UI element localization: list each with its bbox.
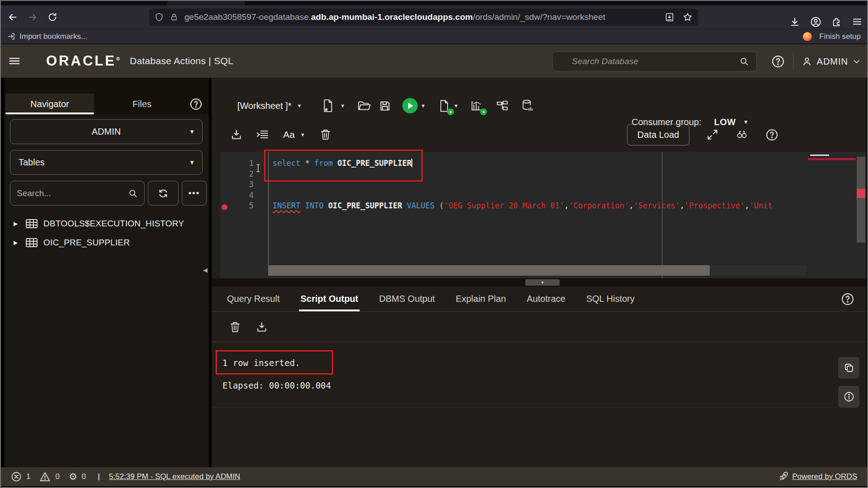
active-tab-underline (299, 310, 360, 311)
gear-icon[interactable]: ⚙ (69, 471, 77, 482)
results-help-icon[interactable] (841, 292, 854, 306)
extensions-icon[interactable] (831, 17, 842, 27)
status-message-link[interactable]: 5:52:39 PM - SQL executed by ADMIN (109, 472, 240, 481)
finish-setup-link[interactable]: Finish setup (803, 32, 861, 41)
new-worksheet-button[interactable] (320, 98, 335, 114)
menu-icon[interactable] (852, 16, 863, 27)
open-file-button[interactable] (357, 98, 372, 114)
format-sql-button[interactable] (255, 127, 270, 143)
tab-autotrace[interactable]: Autotrace (527, 286, 566, 311)
download-output-button[interactable] (256, 321, 268, 333)
shield-icon[interactable] (155, 12, 164, 22)
maximize-icon[interactable] (707, 129, 718, 141)
vertical-scrollbar[interactable] (857, 157, 865, 243)
clear-output-button[interactable] (230, 321, 241, 333)
chevron-down-icon[interactable]: ▼ (453, 103, 458, 108)
tree-item[interactable]: ▶ DBTOOLS$EXECUTION_HISTORY (5, 214, 209, 233)
search-icon[interactable] (128, 188, 138, 198)
autotrace-button[interactable] (495, 98, 510, 114)
task-count: 0 (82, 472, 86, 481)
forward-button[interactable] (24, 9, 41, 25)
errors-icon[interactable] (11, 471, 22, 482)
find-icon[interactable] (736, 129, 748, 141)
copy-output-button[interactable] (838, 357, 859, 379)
run-script-button[interactable] (436, 98, 452, 114)
more-actions-button[interactable]: ••• (182, 181, 207, 206)
chevron-down-icon[interactable]: ▼ (297, 103, 302, 108)
scrollbar-thumb[interactable] (268, 265, 710, 276)
tab-script-output[interactable]: Script Output (301, 286, 359, 311)
bookmark-page-icon[interactable] (665, 12, 675, 22)
script-output-message: 1 row inserted. (222, 351, 300, 375)
account-icon[interactable] (810, 16, 821, 28)
downloads-icon[interactable] (789, 16, 800, 27)
back-button[interactable] (5, 9, 21, 25)
sidebar-collapse-icon[interactable]: ◀ (203, 267, 208, 273)
info-button[interactable] (838, 386, 859, 408)
sidebar-search[interactable] (10, 181, 145, 206)
browser-tab[interactable] (167, 1, 245, 5)
reload-button[interactable] (44, 9, 61, 25)
output-divider (212, 408, 866, 408)
database-search[interactable] (552, 52, 757, 71)
refresh-button[interactable] (148, 181, 179, 206)
chevron-down-icon[interactable]: ▼ (340, 103, 345, 108)
import-bookmarks-link[interactable]: Import bookmarks... (19, 32, 87, 41)
help-icon[interactable] (771, 55, 785, 68)
code-line-4 (273, 190, 807, 201)
sidebar: Navigator Files ADMIN ▼ Tables ▼ (5, 78, 209, 467)
font-size-button[interactable]: Aa (281, 127, 297, 143)
star-icon[interactable] (683, 12, 693, 22)
worksheet-toolbar: [Worksheet ]* ▼ ▼ ▼ ▼ (212, 94, 866, 117)
app-header: ORACLE® Database Actions | SQL ADMIN (1, 43, 867, 78)
download-editor-button[interactable] (229, 127, 244, 143)
sql-editor[interactable]: 1 2 3 4 5 select * from OIC_PRE_SUPPLIER… (220, 152, 866, 278)
editor-ruler (662, 152, 663, 278)
data-modeler-button[interactable] (520, 98, 535, 114)
tab-explain-plan[interactable]: Explain Plan (456, 286, 506, 311)
user-menu[interactable]: ADMIN (802, 56, 861, 67)
chevron-down-icon: ▼ (189, 159, 195, 166)
chevron-down-icon[interactable]: ▼ (300, 132, 305, 137)
clear-editor-button[interactable] (318, 127, 333, 143)
worksheet-area: [Worksheet ]* ▼ ▼ ▼ ▼ (212, 78, 866, 467)
expand-arrow-icon[interactable]: ▶ (14, 239, 20, 246)
tab-navigator[interactable]: Navigator (5, 94, 94, 114)
database-search-input[interactable] (560, 56, 739, 66)
tab-dbms-output[interactable]: DBMS Output (379, 286, 434, 311)
expand-arrow-icon[interactable]: ▶ (14, 221, 20, 227)
data-load-button[interactable]: Data Load (627, 124, 689, 145)
import-icon (7, 32, 16, 41)
powered-by-ords-link[interactable]: Powered by ORDS (792, 472, 857, 481)
lock-icon[interactable] (170, 13, 178, 22)
help-icon[interactable] (765, 128, 778, 141)
tree-item[interactable]: ▶ OIC_PRE_SUPPLIER (5, 233, 209, 252)
save-button[interactable] (377, 98, 392, 114)
worksheet-name[interactable]: [Worksheet ]* (237, 101, 292, 111)
warnings-icon[interactable] (39, 471, 51, 482)
run-statement-button[interactable] (402, 98, 418, 114)
app-menu-icon[interactable] (8, 55, 21, 67)
url-text: ge5e2aab3058597-oegdatabase.adb.ap-mumba… (184, 12, 605, 22)
object-type-select[interactable]: Tables ▼ (10, 150, 203, 175)
search-icon[interactable] (739, 56, 749, 66)
tab-query-result[interactable]: Query Result (227, 286, 280, 311)
chevron-down-icon[interactable]: ▼ (420, 103, 425, 108)
header-divider (793, 52, 793, 70)
splitter-handle[interactable]: ▼ (525, 279, 560, 286)
sidebar-search-input[interactable] (17, 188, 128, 198)
elapsed-time: Elapsed: 00:00:00.004 (222, 380, 331, 390)
error-count: 1 (26, 472, 30, 481)
active-tab-underline (5, 113, 94, 114)
horizontal-scrollbar[interactable] (268, 265, 806, 276)
user-icon (802, 56, 812, 67)
explain-plan-button[interactable] (469, 98, 485, 114)
oracle-logo: ORACLE® (46, 53, 120, 69)
schema-select[interactable]: ADMIN ▼ (10, 119, 203, 144)
url-bar[interactable]: ge5e2aab3058597-oegdatabase.adb.ap-mumba… (149, 9, 698, 26)
panel-splitter[interactable]: ▼ (212, 278, 866, 286)
sidebar-help-icon[interactable] (189, 98, 203, 111)
breakpoint-dot[interactable] (222, 204, 227, 210)
tab-sql-history[interactable]: SQL History (586, 286, 635, 311)
tab-files[interactable]: Files (94, 94, 190, 114)
